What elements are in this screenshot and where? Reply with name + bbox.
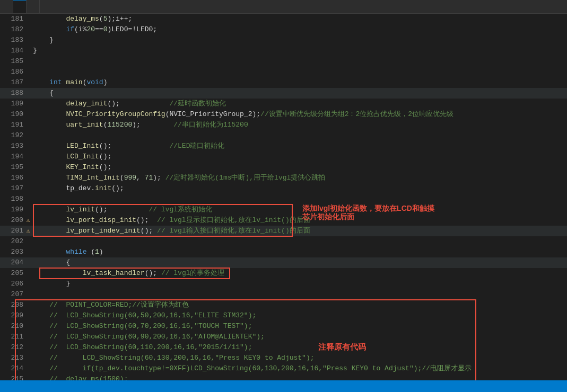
gutter-icon	[23, 141, 33, 152]
table-row: 186	[0, 67, 567, 77]
line-number: 211	[0, 332, 23, 342]
table-row: 185	[0, 56, 567, 67]
gutter-icon	[23, 310, 33, 321]
table-row: 194 LCD_Init();	[0, 152, 567, 162]
table-row: 182 if(i%20==0)LED0=!LED0;	[0, 24, 567, 35]
code-cell: {	[33, 257, 567, 268]
line-number: 215	[0, 374, 23, 380]
code-cell: // LCD_ShowString(60,130,200,16,16,"Pres…	[33, 353, 567, 363]
table-row: 200⚠ lv_port_disp_init(); // lvgl显示接口初始化…	[0, 215, 567, 226]
line-number: 191	[0, 120, 23, 130]
gutter-icon	[23, 46, 33, 56]
table-row: 207	[0, 289, 567, 300]
table-row: 205 lv_task_handler(); // lvgl的事务处理	[0, 268, 567, 279]
line-number: 213	[0, 353, 23, 363]
table-row: 208 // POINT_COLOR=RED;//设置字体为红色	[0, 300, 567, 310]
table-row: 193 LED_Init(); //LED端口初始化	[0, 141, 567, 152]
code-cell: // if(tp_dev.touchtype!=0XFF)LCD_ShowStr…	[33, 363, 567, 374]
code-cell: if(i%20==0)LED0=!LED0;	[33, 24, 567, 35]
line-number: 185	[0, 56, 23, 67]
line-number: 192	[0, 130, 23, 141]
line-number: 195	[0, 162, 23, 173]
gutter-icon	[23, 77, 33, 88]
code-cell: while (1)	[33, 247, 567, 257]
table-row: 206 }	[0, 279, 567, 289]
tab-lv-port-disp-h[interactable]	[27, 0, 40, 13]
code-cell: // LCD_ShowString(60,110,200,16,16,"2015…	[33, 342, 567, 353]
line-number: 210	[0, 321, 23, 332]
gutter-icon	[23, 56, 33, 67]
gutter-icon	[23, 99, 33, 109]
line-number: 193	[0, 141, 23, 152]
code-cell: lv_task_handler(); // lvgl的事务处理	[33, 268, 567, 279]
code-cell: uart_init(115200); //串口初始化为115200	[33, 120, 567, 130]
gutter-icon	[23, 120, 33, 130]
code-cell: tp_dev.init();	[33, 183, 567, 194]
code-table: 181 delay_ms(5);i++;182 if(i%20==0)LED0=…	[0, 14, 567, 380]
line-number: 199	[0, 204, 23, 215]
line-number: 214	[0, 363, 23, 374]
code-cell: LCD_Init();	[33, 152, 567, 162]
code-cell: lv_init(); // lvgl系统初始化	[33, 204, 567, 215]
table-row: 212 // LCD_ShowString(60,110,200,16,16,"…	[0, 342, 567, 353]
line-number: 184	[0, 46, 23, 56]
gutter-icon	[23, 109, 33, 120]
line-number: 181	[0, 14, 23, 24]
line-number: 182	[0, 24, 23, 35]
code-cell: LED_Init(); //LED端口初始化	[33, 141, 567, 152]
gutter-icon	[23, 236, 33, 247]
tab-main-c[interactable]	[13, 0, 27, 13]
code-cell	[33, 67, 567, 77]
code-cell: // delay_ms(1500);	[33, 374, 567, 380]
gutter-icon: ⚠	[23, 215, 33, 226]
gutter-icon	[23, 363, 33, 374]
table-row: 204 {	[0, 257, 567, 268]
table-row: 209 // LCD_ShowString(60,50,200,16,16,"E…	[0, 310, 567, 321]
code-cell: lv_port_disp_init(); // lvgl显示接口初始化,放在lv…	[33, 215, 567, 226]
code-cell	[33, 130, 567, 141]
code-cell: int main(void)	[33, 77, 567, 88]
gutter-icon	[23, 152, 33, 162]
code-cell: KEY_Init();	[33, 162, 567, 173]
code-cell: // POINT_COLOR=RED;//设置字体为红色	[33, 300, 567, 310]
gutter-icon	[23, 194, 33, 204]
code-cell	[33, 194, 567, 204]
code-cell: // LCD_ShowString(60,70,200,16,16,"TOUCH…	[33, 321, 567, 332]
table-row: 211 // LCD_ShowString(60,90,200,16,16,"A…	[0, 332, 567, 342]
table-row: 198	[0, 194, 567, 204]
line-number: 187	[0, 77, 23, 88]
gutter-icon	[23, 332, 33, 342]
table-row: 196 TIM3_Int_Init(999, 71); //定时器初始化(1ms…	[0, 173, 567, 183]
code-cell: // LCD_ShowString(60,90,200,16,16,"ATOM@…	[33, 332, 567, 342]
table-row: 189 delay_init(); //延时函数初始化	[0, 99, 567, 109]
table-row: 215 // delay_ms(1500);	[0, 374, 567, 380]
gutter-icon	[23, 257, 33, 268]
gutter-icon	[23, 183, 33, 194]
line-number: 205	[0, 268, 23, 279]
gutter-icon: ⚠	[23, 226, 33, 236]
code-cell: NVIC_PriorityGroupConfig(NVIC_PriorityGr…	[33, 109, 567, 120]
gutter-icon	[23, 24, 33, 35]
gutter-icon	[23, 88, 33, 99]
table-row: 183 }	[0, 35, 567, 46]
line-number: 196	[0, 173, 23, 183]
code-cell	[33, 56, 567, 67]
line-number: 194	[0, 152, 23, 162]
code-cell: TIM3_Int_Init(999, 71); //定时器初始化(1ms中断),…	[33, 173, 567, 183]
code-scroll-area[interactable]: 181 delay_ms(5);i++;182 if(i%20==0)LED0=…	[0, 14, 567, 380]
editor-container: 181 delay_ms(5);i++;182 if(i%20==0)LED0=…	[0, 0, 567, 392]
code-cell: lv_port_indev_init(); // lvgl输入接口初始化,放在l…	[33, 226, 567, 236]
table-row: 184}	[0, 46, 567, 56]
code-cell: delay_init(); //延时函数初始化	[33, 99, 567, 109]
code-cell: }	[33, 46, 567, 56]
table-row: 191 uart_init(115200); //串口初始化为115200	[0, 120, 567, 130]
code-cell: {	[33, 88, 567, 99]
gutter-icon	[23, 173, 33, 183]
table-row: 203 while (1)	[0, 247, 567, 257]
tab-lv-port-disp-c[interactable]	[0, 0, 13, 13]
line-number: 212	[0, 342, 23, 353]
code-area: 181 delay_ms(5);i++;182 if(i%20==0)LED0=…	[0, 14, 567, 380]
line-number: 208	[0, 300, 23, 310]
line-number: 209	[0, 310, 23, 321]
table-row: 190 NVIC_PriorityGroupConfig(NVIC_Priori…	[0, 109, 567, 120]
